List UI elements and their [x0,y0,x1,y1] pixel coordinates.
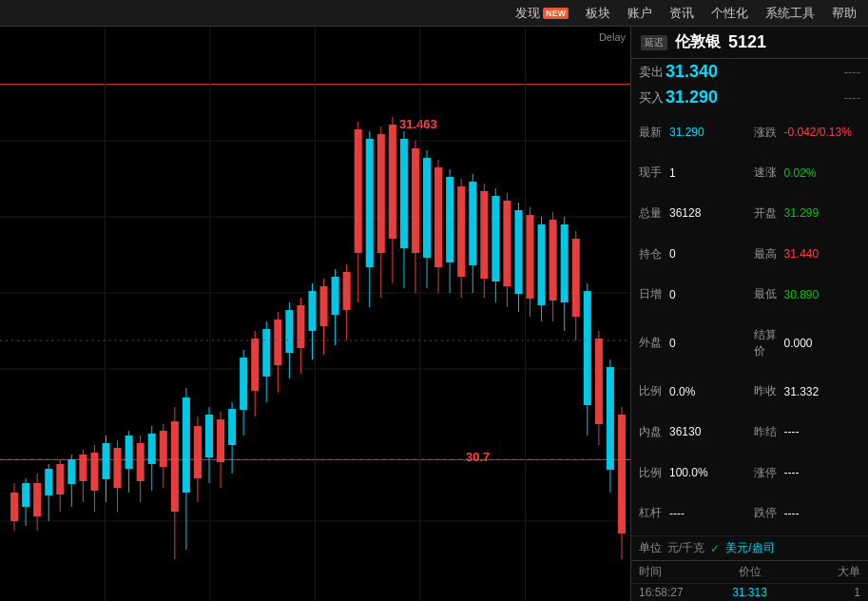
unit-label: 单位 [639,540,662,556]
svg-rect-114 [595,339,603,424]
svg-rect-94 [480,191,488,279]
high-label: 最高 [754,246,781,262]
prev-settle-cell: 昨结 ---- [750,412,865,453]
svg-rect-12 [10,493,18,521]
svg-rect-84 [423,158,431,258]
svg-rect-112 [584,291,591,405]
svg-rect-60 [285,310,293,353]
svg-rect-98 [503,201,511,286]
settle-label: 结算价 [754,327,781,359]
daily-label: 日增 [639,286,665,302]
prev-close-value: 31.332 [784,385,820,398]
trade-row: 16:58:27 31.313 1 [639,584,860,601]
inner-value: 36130 [669,425,701,438]
sell-label: 卖出 [639,64,665,81]
svg-rect-50 [228,409,236,445]
svg-rect-116 [607,367,614,470]
svg-rect-26 [90,453,98,491]
trade-header-time: 时间 [639,564,713,580]
svg-rect-106 [550,220,557,300]
hands-value: 1 [669,166,676,180]
ratio1-label: 比例 [639,383,665,399]
unit-option-usd[interactable]: 美元/盎司 [725,540,774,556]
chart-area[interactable]: Delay 31.463 30.7 [0,27,630,601]
down-limit-value: ---- [784,507,800,520]
settle-value: 0.000 [784,337,813,350]
unit-check: ✓ [710,542,720,555]
sell-row: 卖出 31.340 ---- [631,59,868,85]
svg-rect-20 [56,464,64,494]
svg-rect-24 [79,455,87,481]
svg-rect-118 [618,415,626,533]
down-limit-cell: 跌停 ---- [750,493,865,533]
unit-section: 单位 元/千克 ✓ 美元/盎司 [631,536,868,561]
svg-rect-90 [457,186,465,277]
low-cell: 最低 30.890 [750,274,865,315]
fast-cell: 速涨 0.02% [750,153,865,194]
svg-rect-80 [400,139,408,248]
volume-cell: 总量 36128 [635,193,750,234]
outer-cell: 外盘 0 [635,315,750,372]
nav-tools[interactable]: 系统工具 [765,5,815,22]
ratio1-cell: 比例 0.0% [635,372,750,413]
svg-rect-46 [205,415,213,457]
fast-label: 速涨 [754,165,781,181]
trade-header-price: 价位 [713,564,787,580]
svg-rect-22 [68,459,75,484]
volume-label: 总量 [639,205,665,222]
nav-help[interactable]: 帮助 [832,5,857,22]
svg-rect-62 [297,305,304,348]
svg-rect-54 [251,339,259,391]
svg-rect-96 [492,196,499,281]
delay-badge: 延迟 [641,35,667,50]
svg-rect-104 [538,224,546,305]
change-cell: 涨跌 -0.042/0.13% [750,112,865,153]
up-limit-cell: 涨停 ---- [750,453,865,494]
svg-rect-58 [274,320,281,365]
daily-value: 0 [669,288,676,301]
nav-sectors[interactable]: 板块 [586,5,610,22]
settle-cell: 结算价 0.000 [750,315,865,372]
leverage-value: ---- [669,507,685,520]
trade-header: 时间 价位 大单 [631,561,868,584]
trade-list: 16:58:27 31.313 1 [631,584,868,601]
svg-rect-42 [183,397,190,493]
outer-label: 外盘 [639,335,665,351]
open-value: 31.299 [784,206,820,220]
up-limit-value: ---- [784,466,800,479]
unit-option-yuan[interactable]: 元/千克 [667,540,704,556]
inner-label: 内盘 [639,424,665,440]
svg-rect-66 [320,286,328,326]
leverage-cell: 杠杆 ---- [635,493,750,533]
trade-price: 31.313 [713,586,787,599]
open-label: 开盘 [754,205,781,222]
topbar: 发现 NEW 板块 账户 资讯 个性化 系统工具 帮助 [0,0,868,27]
nav-news[interactable]: 资讯 [669,5,694,22]
nav-discover[interactable]: 发现 NEW [515,5,569,22]
ratio2-label: 比例 [639,465,665,481]
ratio1-value: 0.0% [669,385,695,398]
low-label: 最低 [754,286,781,302]
svg-rect-110 [572,239,580,317]
down-limit-label: 跌停 [754,505,781,521]
buy-price: 31.290 [665,87,844,107]
svg-rect-74 [366,139,374,267]
high-value: 31.440 [784,247,820,261]
stock-name: 伦敦银 [675,32,721,52]
stock-code: 5121 [728,32,766,52]
prev-close-label: 昨收 [754,383,781,399]
prev-close-cell: 昨收 31.332 [750,372,865,413]
svg-rect-88 [446,177,453,262]
trade-big: 1 [786,586,860,599]
svg-rect-32 [125,436,133,469]
svg-rect-70 [343,272,351,310]
svg-rect-56 [262,329,270,377]
buy-label: 买入 [639,89,665,107]
latest-label: 最新 [639,125,665,141]
position-value: 0 [669,247,676,261]
high-cell: 最高 31.440 [750,234,865,275]
nav-account[interactable]: 账户 [627,5,652,22]
info-grid: 最新 31.290 涨跌 -0.042/0.13% 现手 1 速涨 0.02% … [631,110,868,536]
nav-personalize[interactable]: 个性化 [711,5,748,22]
sell-price: 31.340 [665,62,844,82]
